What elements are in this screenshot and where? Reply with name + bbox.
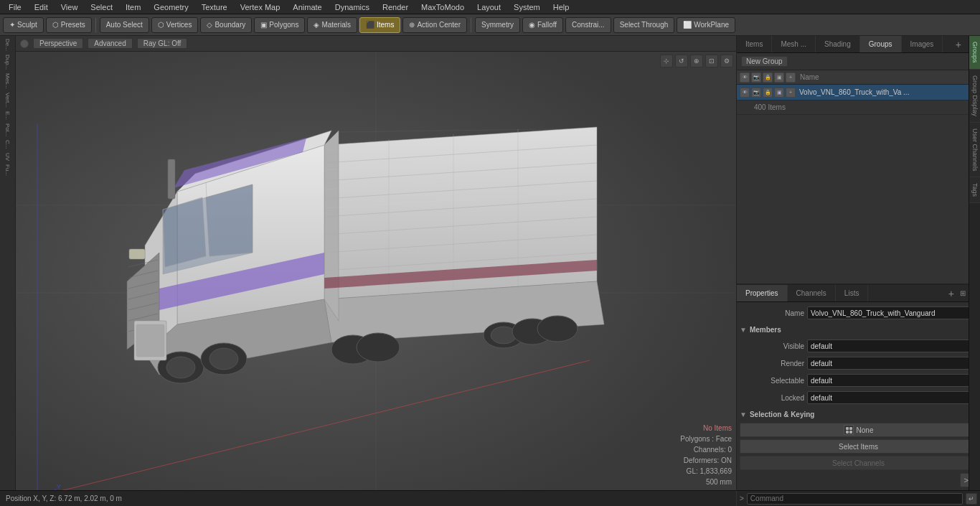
- menu-dynamics[interactable]: Dynamics: [329, 1, 375, 13]
- svg-rect-51: [136, 324, 164, 357]
- left-tool-de[interactable]: De...: [3, 37, 12, 52]
- svg-point-49: [357, 333, 400, 362]
- perspective-button[interactable]: Perspective: [33, 38, 83, 49]
- prop-tab-channels[interactable]: Channels: [788, 285, 836, 301]
- left-tool-e[interactable]: E...: [3, 110, 12, 121]
- menu-animate[interactable]: Animate: [287, 1, 327, 13]
- sel-keying-arrow[interactable]: ▼: [740, 411, 747, 418]
- menu-system[interactable]: System: [508, 1, 546, 13]
- menu-file[interactable]: File: [3, 1, 27, 13]
- auto-select-button[interactable]: Auto Select: [100, 17, 149, 33]
- prop-render-select[interactable]: default ▼: [807, 357, 977, 370]
- group-cam-icon[interactable]: 📷: [751, 88, 761, 98]
- boundary-button[interactable]: ◇ Boundary: [200, 17, 252, 33]
- prop-tab-properties[interactable]: Properties: [737, 285, 788, 301]
- position-status: Position X, Y, Z: 6.72 m, 2.02 m, 0 m: [6, 495, 122, 502]
- members-arrow[interactable]: ▼: [740, 326, 747, 334]
- group-eye-icon[interactable]: 👁: [740, 88, 750, 98]
- select-items-button[interactable]: Select Items: [740, 439, 977, 454]
- prop-locked-select[interactable]: default ▼: [807, 391, 977, 404]
- tab-add-button[interactable]: +: [950, 39, 967, 50]
- ray-gl-button[interactable]: Ray GL: Off: [137, 38, 188, 49]
- left-tool-uv[interactable]: UV: [3, 151, 12, 162]
- prop-visible-label: Visible: [740, 342, 804, 350]
- advanced-button[interactable]: Advanced: [88, 38, 132, 49]
- prop-tab-expand[interactable]: ⊞: [957, 289, 969, 297]
- symmetry-button[interactable]: Symmetry: [475, 17, 520, 33]
- groups-scroll[interactable]: 👁 📷 🔒 ▣ + Volvo_VNL_860_Truck_with_Va ..…: [737, 85, 980, 284]
- sel-keying-title: Selection & Keying: [750, 411, 815, 418]
- sculpt-icon: ✦: [9, 21, 15, 29]
- viewport-icon-rotate[interactable]: ↺: [675, 55, 688, 67]
- items-button[interactable]: ⬛ Items: [359, 17, 400, 33]
- prop-tab-add[interactable]: +: [946, 288, 957, 299]
- status-no-items: No Items: [680, 423, 732, 434]
- menu-render[interactable]: Render: [377, 1, 414, 13]
- menu-select[interactable]: Select: [85, 1, 118, 13]
- vert-tab-groups[interactable]: Groups: [969, 36, 980, 70]
- falloff-button[interactable]: ◉ Falloff: [522, 17, 563, 33]
- viewport-icon-zoom[interactable]: ⊕: [690, 55, 703, 67]
- tab-groups[interactable]: Groups: [860, 36, 902, 52]
- prop-tab-lists[interactable]: Lists: [836, 285, 869, 301]
- left-tool-vert[interactable]: Vert...: [3, 91, 12, 109]
- select-channels-button[interactable]: Select Channels: [740, 456, 977, 470]
- vert-tab-tags[interactable]: Tags: [969, 177, 980, 203]
- new-group-button[interactable]: New Group: [741, 56, 788, 67]
- sculpt-button[interactable]: ✦ Sculpt: [3, 17, 44, 33]
- viewport-icon-settings[interactable]: ⚙: [720, 55, 733, 67]
- select-through-button[interactable]: Select Through: [613, 17, 675, 33]
- viewport-icon-fit[interactable]: ⊡: [705, 55, 718, 67]
- menu-maxtomodo[interactable]: MaxToModo: [415, 1, 470, 13]
- vertices-button[interactable]: ⬡ Vertices: [151, 17, 199, 33]
- menu-item[interactable]: Item: [120, 1, 146, 13]
- action-center-icon: ⊕: [409, 21, 415, 29]
- menu-view[interactable]: View: [55, 1, 84, 13]
- vert-tab-user-channels[interactable]: User Channels: [969, 123, 980, 178]
- menu-layout[interactable]: Layout: [471, 1, 507, 13]
- menu-texture[interactable]: Texture: [196, 1, 233, 13]
- group-lock-icon[interactable]: 🔒: [763, 88, 773, 98]
- polygons-button[interactable]: ▣ Polygons: [254, 17, 305, 33]
- menu-bar: File Edit View Select Item Geometry Text…: [0, 0, 980, 14]
- workplane-icon: ⬜: [683, 21, 692, 29]
- prop-visible-row: Visible default ▼: [740, 338, 977, 354]
- command-area: > ↵: [736, 490, 980, 506]
- materials-button[interactable]: ◈ Materials: [307, 17, 357, 33]
- tab-images[interactable]: Images: [902, 36, 943, 52]
- left-tool-dup[interactable]: Dup...: [3, 53, 12, 71]
- col-eye-header: 👁: [740, 72, 750, 83]
- left-tool-mes[interactable]: Mes...: [3, 72, 12, 90]
- toolbar: ✦ Sculpt ⬡ Presets Auto Select ⬡ Vertice…: [0, 14, 980, 36]
- tab-items[interactable]: Items: [737, 36, 772, 52]
- none-button[interactable]: None: [740, 423, 977, 437]
- left-tool-pol[interactable]: Pol...: [3, 122, 12, 138]
- menu-help[interactable]: Help: [547, 1, 575, 13]
- command-input[interactable]: [747, 493, 963, 505]
- materials-icon: ◈: [314, 21, 319, 29]
- prop-name-input[interactable]: [807, 306, 977, 319]
- group-item-icons: 👁 📷 🔒 ▣ +: [740, 88, 797, 98]
- prop-selectable-select[interactable]: default ▼: [807, 374, 977, 387]
- menu-vertexmap[interactable]: Vertex Map: [235, 1, 286, 13]
- viewport-canvas[interactable]: X Y Z ⊹ ↺ ⊕ ⊡ ⚙ No Items Polygons : Face…: [16, 52, 736, 490]
- vert-tab-group-display[interactable]: Group Display: [969, 70, 980, 123]
- command-submit-button[interactable]: ↵: [966, 493, 977, 505]
- tab-shading[interactable]: Shading: [816, 36, 860, 52]
- group-item-volvo[interactable]: 👁 📷 🔒 ▣ + Volvo_VNL_860_Truck_with_Va ..…: [737, 85, 980, 100]
- presets-button[interactable]: ⬡ Presets: [46, 17, 92, 33]
- group-expand-icon[interactable]: +: [786, 88, 796, 98]
- viewport-icon-move[interactable]: ⊹: [660, 55, 673, 67]
- properties-tabs: Properties Channels Lists + ⊞ ⤢: [737, 285, 980, 302]
- prop-visible-select[interactable]: default ▼: [807, 339, 977, 352]
- tab-mesh[interactable]: Mesh ...: [772, 36, 816, 52]
- left-tool-fu[interactable]: Fu...: [3, 163, 12, 177]
- status-gl: GL: 1,833,669: [680, 466, 732, 477]
- menu-edit[interactable]: Edit: [29, 1, 54, 13]
- workplane-button[interactable]: ⬜ WorkPlane: [677, 17, 735, 33]
- left-tool-c[interactable]: C...: [3, 139, 12, 150]
- action-center-button[interactable]: ⊕ Action Center: [402, 17, 467, 33]
- menu-geometry[interactable]: Geometry: [148, 1, 194, 13]
- svg-marker-8: [324, 131, 339, 321]
- constraints-button[interactable]: Constrai...: [565, 17, 611, 33]
